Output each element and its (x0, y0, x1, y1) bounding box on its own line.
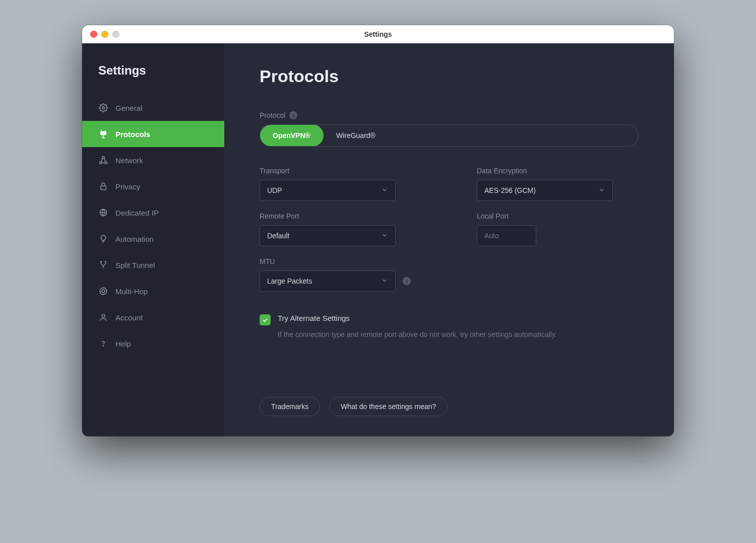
svg-point-9 (102, 314, 105, 317)
sidebar-item-label: Account (115, 313, 143, 322)
mtu-select[interactable]: Large Packets (260, 270, 396, 292)
protocol-label-row: Protocol i (260, 111, 639, 119)
settings-help-button[interactable]: What do these settings mean? (329, 397, 448, 416)
sidebar-item-label: Split Tunnel (115, 261, 155, 269)
protocol-option-wireguard[interactable]: WireGuard® (323, 125, 389, 146)
mtu-field: MTU Large Packets i (260, 257, 421, 292)
alternate-settings-description: If the connection type and remote port a… (278, 329, 557, 340)
local-port-input[interactable] (477, 225, 536, 246)
sidebar-item-label: Protocols (115, 130, 150, 139)
window-title: Settings (82, 30, 674, 38)
alternate-settings-label: Try Alternate Settings (278, 314, 557, 322)
sidebar-item-split-tunnel[interactable]: Split Tunnel (82, 252, 224, 278)
transport-select[interactable]: UDP (260, 180, 396, 201)
bulb-icon (98, 234, 108, 244)
mtu-label: MTU (260, 257, 421, 265)
split-icon (98, 260, 108, 270)
protocol-label: Protocol (260, 111, 285, 119)
settings-window: Settings Settings General Protocols (82, 25, 674, 436)
remote-port-select[interactable]: Default (260, 225, 396, 246)
sidebar-item-label: Automation (115, 235, 154, 243)
zoom-window-button[interactable] (112, 31, 119, 38)
sidebar-item-label: Dedicated IP (115, 209, 159, 217)
account-icon (98, 312, 108, 322)
mtu-value: Large Packets (267, 277, 312, 285)
help-icon (98, 338, 108, 349)
alternate-settings-checkbox[interactable] (260, 314, 271, 325)
sidebar-item-help[interactable]: Help (82, 330, 224, 357)
dedicated-ip-icon (98, 208, 108, 218)
trademarks-button[interactable]: Trademarks (260, 397, 320, 416)
info-icon[interactable]: i (403, 277, 411, 285)
sidebar-item-network[interactable]: Network (82, 147, 224, 173)
sidebar-item-multi-hop[interactable]: Multi-Hop (82, 278, 224, 304)
svg-rect-5 (101, 186, 106, 190)
svg-point-3 (100, 162, 102, 164)
protocol-icon (98, 129, 108, 139)
svg-point-10 (103, 346, 103, 346)
transport-label: Transport (260, 167, 421, 175)
svg-point-0 (102, 107, 105, 109)
sidebar-item-label: Network (115, 156, 143, 165)
encryption-label: Data Encryption (477, 167, 639, 175)
sidebar-item-label: Multi-Hop (115, 287, 148, 296)
sidebar-title: Settings (82, 63, 224, 78)
main-content: Protocols Protocol i OpenVPN® WireGuard®… (224, 43, 674, 436)
sidebar-item-protocols[interactable]: Protocols (82, 121, 224, 147)
titlebar: Settings (82, 25, 674, 43)
chevron-down-icon (381, 186, 388, 195)
remote-port-field: Remote Port Default (260, 212, 421, 246)
sidebar-item-label: General (115, 104, 142, 112)
remote-port-value: Default (267, 232, 289, 240)
sidebar: Settings General Protocols Network (82, 43, 224, 436)
gear-icon (98, 103, 108, 113)
protocol-option-openvpn[interactable]: OpenVPN® (260, 124, 324, 147)
encryption-field: Data Encryption AES-256 (GCM) (477, 167, 639, 201)
chevron-down-icon (598, 186, 605, 195)
sidebar-item-automation[interactable]: Automation (82, 226, 224, 252)
sidebar-item-privacy[interactable]: Privacy (82, 173, 224, 199)
sidebar-item-account[interactable]: Account (82, 304, 224, 330)
chevron-down-icon (381, 232, 388, 240)
svg-point-7 (100, 288, 107, 295)
local-port-field: Local Port (477, 212, 639, 246)
sidebar-item-label: Privacy (115, 182, 140, 191)
transport-value: UDP (267, 186, 282, 194)
close-window-button[interactable] (90, 31, 97, 38)
transport-field: Transport UDP (260, 167, 421, 201)
protocol-segmented: OpenVPN® WireGuard® (260, 124, 639, 147)
svg-rect-1 (101, 132, 106, 135)
encryption-select[interactable]: AES-256 (GCM) (477, 180, 613, 201)
footer-buttons: Trademarks What do these settings mean? (260, 397, 639, 416)
sidebar-item-label: Help (115, 340, 131, 348)
sidebar-item-general[interactable]: General (82, 95, 224, 121)
encryption-value: AES-256 (GCM) (484, 186, 536, 194)
remote-port-label: Remote Port (260, 212, 421, 220)
multihop-icon (98, 286, 108, 296)
chevron-down-icon (381, 277, 388, 286)
local-port-label: Local Port (477, 212, 639, 220)
info-icon[interactable]: i (289, 111, 297, 119)
network-icon (98, 155, 108, 165)
svg-point-8 (102, 290, 105, 293)
lock-icon (98, 181, 108, 191)
minimize-window-button[interactable] (101, 31, 108, 38)
page-title: Protocols (260, 66, 639, 86)
svg-point-4 (105, 162, 107, 164)
sidebar-item-dedicated-ip[interactable]: Dedicated IP (82, 199, 224, 226)
window-controls (90, 25, 119, 43)
alternate-settings-row: Try Alternate Settings If the connection… (260, 314, 639, 340)
